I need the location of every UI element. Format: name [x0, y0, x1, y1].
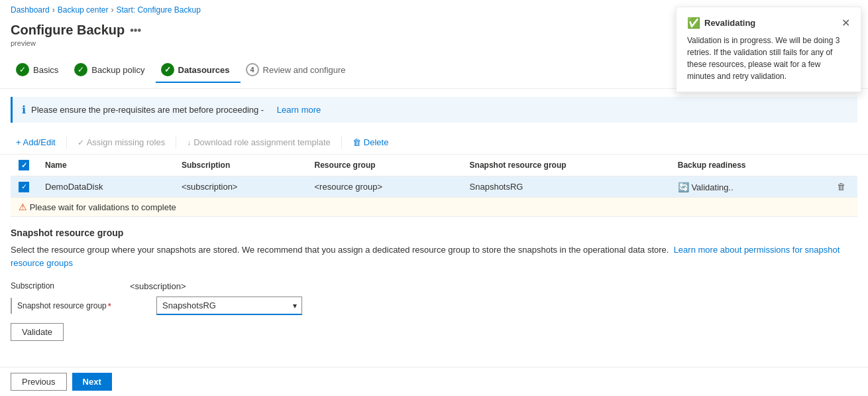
step-policy-check-icon: ✓ — [74, 63, 87, 76]
toolbar: + Add/Edit ✓ Assign missing roles ↓ Down… — [0, 131, 868, 155]
download-icon: ↓ — [187, 138, 191, 147]
previous-button[interactable]: Previous — [11, 373, 67, 391]
datasources-table-container: ✓ Name Subscription Resource group Snaps… — [11, 155, 857, 217]
step-basics[interactable]: ✓ Basics — [11, 58, 69, 83]
breadcrumb-configure-backup[interactable]: Start: Configure Backup — [116, 5, 200, 15]
step-review-configure[interactable]: 4 Review and configure — [241, 58, 356, 83]
row-checkbox[interactable]: ✓ — [19, 182, 29, 192]
info-banner: ℹ Please ensure the pre-requisites are m… — [11, 97, 857, 123]
step-backup-policy[interactable]: ✓ Backup policy — [69, 58, 155, 83]
assign-roles-label: Assign missing roles — [87, 137, 166, 147]
step-datasources-label: Datasources — [178, 65, 230, 75]
col-header-backup-readiness: Backup readiness — [670, 155, 825, 176]
subscription-form-group: Subscription <subscription> — [11, 277, 857, 291]
snapshot-rg-form-group: Snapshot resource group * SnapshotsRG Re… — [11, 297, 857, 315]
step-basics-check-icon: ✓ — [16, 63, 29, 76]
assign-roles-check-icon: ✓ — [78, 138, 84, 147]
warning-row: ⚠ Please wait for validations to complet… — [11, 198, 857, 217]
notification-body: Validation is in progress. We will be do… — [687, 34, 850, 82]
row-snapshot-rg: SnapshotsRG — [462, 176, 670, 198]
notification-title: ✅ Revalidating — [687, 17, 755, 29]
row-resource-group: <resource group> — [307, 176, 462, 198]
validate-btn-container: Validate — [11, 315, 857, 341]
footer: Previous Next — [0, 367, 868, 396]
toolbar-sep-1 — [66, 136, 67, 149]
row-name: DemoDataDisk — [37, 176, 174, 198]
validating-icon: 🔄 — [678, 182, 689, 192]
notification-header: ✅ Revalidating ✕ — [687, 17, 850, 29]
col-header-subscription: Subscription — [174, 155, 307, 176]
datasources-table: ✓ Name Subscription Resource group Snaps… — [11, 155, 857, 217]
notification-popup: ✅ Revalidating ✕ Validation is in progre… — [676, 7, 861, 92]
breadcrumb-backup-center[interactable]: Backup center — [58, 5, 109, 15]
warning-message: Please wait for validations to complete — [30, 202, 176, 212]
download-template-button[interactable]: ↓ Download role assignment template — [182, 135, 336, 150]
page-title-text: Configure Backup — [11, 23, 125, 38]
rg-line — [11, 298, 12, 314]
snapshot-rg-dropdown-container: SnapshotsRG ResourceGroup1 ResourceGroup… — [156, 297, 302, 315]
toolbar-sep-3 — [341, 136, 342, 149]
step-basics-label: Basics — [33, 65, 58, 75]
step-backup-policy-label: Backup policy — [91, 65, 144, 75]
validate-button[interactable]: Validate — [11, 323, 64, 341]
table-select-all-checkbox[interactable]: ✓ — [19, 160, 29, 170]
download-template-label: Download role assignment template — [193, 137, 331, 147]
warning-icon: ⚠ — [19, 202, 27, 212]
snapshot-section: Snapshot resource group Select the resou… — [0, 217, 868, 341]
snapshot-rg-label: Snapshot resource group — [17, 301, 107, 310]
assign-roles-button[interactable]: ✓ Assign missing roles — [72, 135, 171, 150]
breadcrumb-dashboard[interactable]: Dashboard — [11, 5, 50, 15]
table-row[interactable]: ✓ DemoDataDisk <subscription> <resource … — [11, 176, 857, 198]
notification-title-text: Revalidating — [704, 18, 755, 28]
step-review-number-icon: 4 — [246, 63, 259, 76]
next-button[interactable]: Next — [72, 373, 112, 391]
step-review-label: Review and configure — [263, 65, 346, 75]
notification-check-icon: ✅ — [687, 17, 700, 29]
breadcrumb-sep-1: › — [52, 5, 55, 15]
rg-required-indicator: * — [108, 301, 111, 311]
row-subscription: <subscription> — [174, 176, 307, 198]
col-header-resource-group: Resource group — [307, 155, 462, 176]
col-header-snapshot-rg: Snapshot resource group — [462, 155, 670, 176]
delete-button[interactable]: 🗑 Delete — [347, 135, 394, 150]
col-header-name: Name — [37, 155, 174, 176]
notification-close-button[interactable]: ✕ — [841, 18, 850, 29]
breadcrumb-sep-2: › — [111, 5, 113, 15]
row-delete-button[interactable]: 🗑 — [833, 180, 849, 193]
backup-readiness-text: Validating.. — [691, 182, 733, 192]
step-datasources[interactable]: ✓ Datasources — [156, 58, 241, 83]
more-options-button[interactable]: ••• — [130, 25, 141, 36]
toolbar-sep-2 — [176, 136, 176, 149]
info-learn-more-link[interactable]: Learn more — [277, 105, 321, 115]
snapshot-section-title: Snapshot resource group — [11, 228, 857, 238]
subscription-label: Subscription — [11, 277, 130, 291]
info-icon: ℹ — [22, 103, 26, 116]
delete-label: Delete — [364, 137, 389, 147]
add-edit-button[interactable]: + Add/Edit — [11, 135, 61, 150]
subscription-value: <subscription> — [130, 277, 186, 291]
snapshot-rg-label-container: Snapshot resource group * — [11, 298, 156, 314]
delete-icon: 🗑 — [353, 137, 361, 147]
snapshot-rg-dropdown[interactable]: SnapshotsRG ResourceGroup1 ResourceGroup… — [156, 297, 302, 315]
snapshot-section-description: Select the resource group where your sna… — [11, 243, 857, 269]
step-datasources-check-icon: ✓ — [161, 63, 174, 76]
row-backup-readiness: 🔄 Validating.. — [670, 176, 825, 198]
info-banner-text: Please ensure the pre-requisites are met… — [31, 105, 264, 115]
